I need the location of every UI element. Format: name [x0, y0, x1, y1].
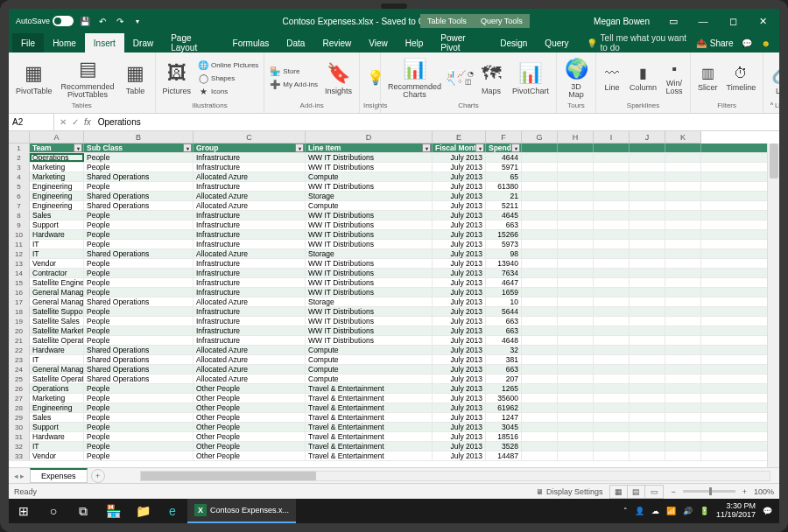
- cell[interactable]: [522, 192, 558, 200]
- cell[interactable]: [594, 163, 630, 172]
- cell[interactable]: [522, 423, 558, 431]
- cell[interactable]: Satellite Operations: [30, 336, 84, 345]
- add-sheet-button[interactable]: +: [91, 469, 105, 483]
- cell[interactable]: 4645: [486, 211, 522, 220]
- cell[interactable]: [594, 442, 630, 451]
- cell[interactable]: [558, 230, 594, 239]
- cell[interactable]: [522, 211, 558, 220]
- cell[interactable]: [630, 423, 665, 431]
- cell[interactable]: [665, 423, 701, 431]
- cell[interactable]: [630, 144, 665, 152]
- cell[interactable]: Other People: [193, 384, 306, 393]
- timeline-button[interactable]: ⏱Timeline: [723, 63, 760, 94]
- name-box[interactable]: A2: [9, 114, 54, 130]
- horizontal-scrollbar[interactable]: [140, 471, 770, 481]
- filter-dropdown-icon[interactable]: ▾: [422, 144, 431, 152]
- tab-file[interactable]: File: [12, 33, 44, 52]
- cell[interactable]: Shared Operations: [84, 355, 193, 364]
- cell[interactable]: Marketing: [30, 172, 84, 181]
- line-chart-icon[interactable]: 📈: [457, 70, 466, 78]
- sheet-tab-expenses[interactable]: Expenses: [30, 468, 88, 483]
- cell[interactable]: Support: [30, 220, 84, 229]
- cell[interactable]: Compute: [306, 346, 433, 354]
- start-button[interactable]: ⊞: [9, 499, 39, 523]
- cell[interactable]: [594, 240, 630, 248]
- cell[interactable]: Sales: [30, 413, 84, 422]
- cell[interactable]: [522, 413, 558, 422]
- cell[interactable]: [594, 384, 630, 393]
- cell[interactable]: [558, 144, 594, 152]
- cell[interactable]: WW IT Distributions: [306, 278, 433, 287]
- cell[interactable]: 13940: [486, 259, 522, 268]
- cell[interactable]: Other People: [193, 442, 306, 451]
- table-header[interactable]: Spend▾: [486, 144, 522, 152]
- cell[interactable]: [522, 240, 558, 248]
- cell[interactable]: Compute: [306, 172, 433, 181]
- cell[interactable]: Infrastructure: [193, 326, 306, 335]
- cell[interactable]: 1265: [486, 384, 522, 393]
- cell[interactable]: Shared Operations: [84, 374, 193, 383]
- cell[interactable]: People: [84, 278, 193, 287]
- cell[interactable]: [522, 432, 558, 441]
- cell[interactable]: [594, 259, 630, 268]
- cell[interactable]: [522, 365, 558, 374]
- cell[interactable]: 61380: [486, 182, 522, 191]
- cell[interactable]: [665, 298, 701, 306]
- cell[interactable]: Other People: [193, 413, 306, 422]
- cell[interactable]: [522, 374, 558, 383]
- cell[interactable]: [594, 230, 630, 239]
- cell[interactable]: [522, 346, 558, 354]
- cell[interactable]: [594, 336, 630, 345]
- cell[interactable]: [558, 211, 594, 220]
- cell[interactable]: [558, 240, 594, 248]
- column-header-B[interactable]: B: [84, 131, 193, 144]
- sparkline-column-button[interactable]: ▮Column: [626, 63, 660, 94]
- pivotchart-button[interactable]: 📊PivotChart: [509, 60, 552, 97]
- row-header[interactable]: 4: [9, 172, 30, 182]
- cell[interactable]: 65: [486, 172, 522, 181]
- table-header[interactable]: Sub Class▾: [84, 144, 193, 152]
- tab-view[interactable]: View: [360, 33, 397, 52]
- cell[interactable]: Allocated Azure: [193, 365, 306, 374]
- cell[interactable]: WW IT Distributions: [306, 163, 433, 172]
- cell[interactable]: People: [84, 288, 193, 297]
- cell[interactable]: People: [84, 384, 193, 393]
- cell[interactable]: 4644: [486, 153, 522, 162]
- cell[interactable]: [630, 211, 665, 220]
- cell[interactable]: Infrastructure: [193, 288, 306, 297]
- cell[interactable]: [630, 201, 665, 210]
- maps-button[interactable]: 🗺Maps: [475, 60, 507, 97]
- row-header[interactable]: 16: [9, 288, 30, 298]
- save-icon[interactable]: 💾: [79, 15, 91, 27]
- cell[interactable]: Other People: [193, 403, 306, 412]
- cell[interactable]: July 2013: [433, 317, 486, 326]
- cell[interactable]: July 2013: [433, 374, 486, 383]
- cell[interactable]: [522, 230, 558, 239]
- link-button[interactable]: 🔗Link: [767, 60, 779, 97]
- cell[interactable]: [522, 336, 558, 345]
- row-header[interactable]: 18: [9, 307, 30, 317]
- row-header[interactable]: 21: [9, 336, 30, 346]
- cell[interactable]: [594, 423, 630, 431]
- cell[interactable]: 7634: [486, 269, 522, 277]
- cell[interactable]: [630, 163, 665, 172]
- cell[interactable]: [558, 374, 594, 383]
- cell[interactable]: [594, 432, 630, 441]
- cell[interactable]: WW IT Distributions: [306, 153, 433, 162]
- cell[interactable]: [665, 220, 701, 229]
- cell[interactable]: People: [84, 432, 193, 441]
- cell[interactable]: [522, 317, 558, 326]
- cell[interactable]: July 2013: [433, 346, 486, 354]
- cell[interactable]: [522, 182, 558, 191]
- column-header-I[interactable]: I: [594, 131, 630, 144]
- cell[interactable]: 61962: [486, 403, 522, 412]
- cell[interactable]: WW IT Distributions: [306, 288, 433, 297]
- cell[interactable]: [594, 298, 630, 306]
- edge-icon[interactable]: e: [158, 499, 187, 523]
- cell[interactable]: [522, 288, 558, 297]
- row-header[interactable]: 23: [9, 355, 30, 365]
- cell[interactable]: [594, 346, 630, 354]
- enter-formula-icon[interactable]: ✓: [72, 117, 79, 127]
- cell[interactable]: [522, 259, 558, 268]
- cell[interactable]: [522, 403, 558, 412]
